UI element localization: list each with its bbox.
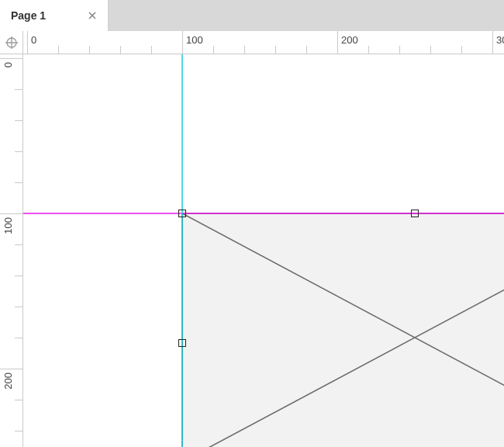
tab-page-1[interactable]: Page 1 (0, 0, 109, 31)
ruler-v-label: 200 (2, 372, 14, 390)
ruler-origin[interactable] (0, 31, 23, 54)
selection-handle[interactable] (178, 339, 186, 347)
tab-bar: Page 1 (0, 0, 504, 31)
ruler-v-label: 100 (2, 217, 14, 234)
svg-rect-1 (182, 213, 504, 447)
ruler-h-label: 200 (341, 34, 358, 46)
ruler-h-label: 300 (496, 34, 504, 46)
ruler-v-label: 0 (2, 62, 14, 68)
ruler-h-label: 0 (31, 34, 36, 46)
close-icon[interactable] (85, 8, 100, 23)
tab-label: Page 1 (11, 9, 85, 22)
selection-handle[interactable] (411, 210, 419, 217)
ruler-vertical[interactable]: 0 100 200 (0, 54, 23, 447)
selection-handle[interactable] (178, 210, 186, 217)
canvas-svg (23, 54, 504, 447)
ruler-h-label: 100 (186, 34, 203, 46)
ruler-horizontal[interactable]: 0 100 200 300 (23, 31, 504, 54)
image-placeholder-frame (182, 213, 504, 447)
canvas[interactable] (23, 54, 504, 447)
